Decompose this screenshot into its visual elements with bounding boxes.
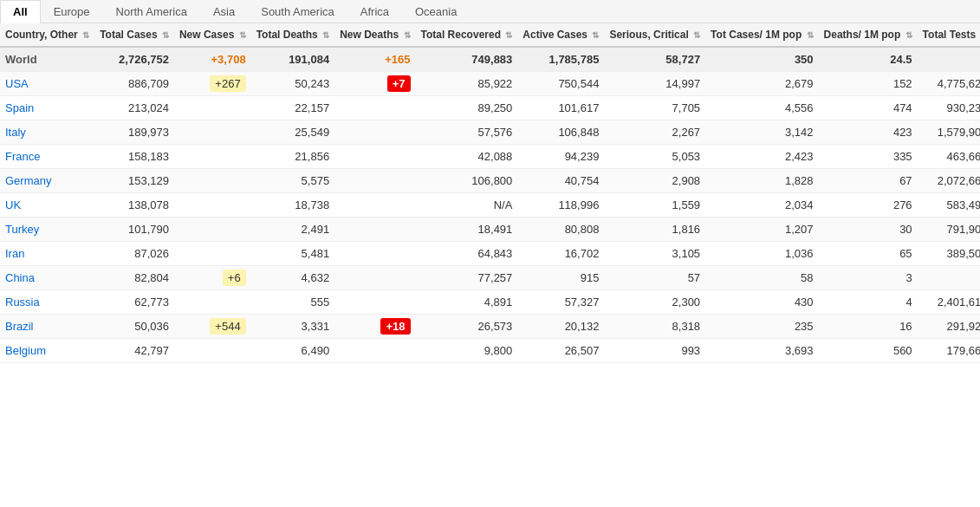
world-total-tests (918, 47, 980, 72)
country-link[interactable]: USA (5, 77, 29, 90)
country-link[interactable]: Iran (5, 247, 24, 260)
cell-total-tests: 2,072,669 (918, 169, 980, 193)
cell-country[interactable]: Germany (0, 169, 94, 193)
col-deaths-1m[interactable]: Deaths/ 1M pop ⇅ (819, 23, 918, 47)
country-link[interactable]: Russia (5, 296, 40, 309)
cell-new-cases (174, 193, 251, 218)
country-link[interactable]: Turkey (5, 223, 39, 236)
cell-total-cases: 87,026 (94, 242, 174, 266)
cell-tot-cases-1m: 58 (705, 266, 818, 290)
cell-recovered: 89,250 (416, 96, 518, 120)
cell-country[interactable]: Turkey (0, 218, 94, 242)
cell-new-deaths: +7 (334, 72, 415, 96)
cell-total-tests: 291,922 (918, 315, 980, 339)
sort-total-cases-icon: ⇅ (162, 30, 169, 40)
cell-deaths-1m: 276 (819, 193, 918, 218)
col-total-recovered[interactable]: Total Recovered ⇅ (416, 23, 518, 47)
tab-asia[interactable]: Asia (200, 0, 248, 23)
cell-new-deaths (334, 169, 415, 193)
world-row: World 2,726,752 +3,708 191,084 +165 749,… (0, 47, 980, 72)
sort-deaths-1m-icon: ⇅ (905, 30, 912, 40)
tab-all[interactable]: All (0, 0, 41, 23)
cell-active: 94,239 (517, 145, 604, 169)
cell-new-cases (174, 290, 251, 315)
country-link[interactable]: France (5, 150, 40, 163)
table-row: Italy189,97325,54957,576106,8482,2673,14… (0, 120, 980, 145)
cell-serious: 5,053 (604, 145, 705, 169)
col-total-tests[interactable]: Total Tests ⇅ (918, 23, 980, 47)
tab-europe[interactable]: Europe (41, 0, 103, 23)
cell-country[interactable]: China (0, 266, 94, 290)
cell-total-cases: 153,129 (94, 169, 174, 193)
cell-deaths-1m: 30 (819, 218, 918, 242)
tab-south-america[interactable]: South America (248, 0, 347, 23)
cell-tot-cases-1m: 235 (705, 315, 818, 339)
cell-new-deaths (334, 96, 415, 120)
col-total-cases[interactable]: Total Cases ⇅ (94, 23, 174, 47)
country-link[interactable]: China (5, 271, 35, 284)
cell-recovered: 4,891 (416, 290, 518, 315)
country-link[interactable]: Brazil (5, 320, 34, 333)
col-tot-cases-1m[interactable]: Tot Cases/ 1M pop ⇅ (705, 23, 818, 47)
cell-tot-cases-1m: 1,828 (705, 169, 818, 193)
cell-country[interactable]: Italy (0, 120, 94, 145)
cell-country[interactable]: Spain (0, 96, 94, 120)
col-serious[interactable]: Serious, Critical ⇅ (604, 23, 705, 47)
cell-total-deaths: 5,481 (251, 242, 334, 266)
col-country[interactable]: Country, Other ⇅ (0, 23, 94, 47)
cell-recovered: 9,800 (416, 339, 518, 363)
table-row: China82,804+64,63277,25791557583 (0, 266, 980, 290)
sort-new-cases-icon: ⇅ (239, 30, 246, 40)
cell-active: 26,507 (517, 339, 604, 363)
cell-total-tests: 930,230 (918, 96, 980, 120)
country-link[interactable]: UK (5, 198, 21, 211)
cell-country[interactable]: Brazil (0, 315, 94, 339)
tab-oceania[interactable]: Oceania (402, 0, 470, 23)
cell-active: 80,808 (517, 218, 604, 242)
cell-total-tests: 1,579,909 (918, 120, 980, 145)
country-link[interactable]: Spain (5, 101, 34, 114)
col-active-cases[interactable]: Active Cases ⇅ (517, 23, 604, 47)
country-link[interactable]: Germany (5, 174, 51, 187)
world-total-cases: 2,726,752 (94, 47, 174, 72)
cell-country[interactable]: USA (0, 72, 94, 96)
cell-total-cases: 213,024 (94, 96, 174, 120)
cell-active: 106,848 (517, 120, 604, 145)
covid-table: Country, Other ⇅ Total Cases ⇅ New Cases… (0, 23, 980, 363)
cell-active: 750,544 (517, 72, 604, 96)
tab-north-america[interactable]: North America (103, 0, 200, 23)
cell-active: 20,132 (517, 315, 604, 339)
cell-tot-cases-1m: 1,036 (705, 242, 818, 266)
country-link[interactable]: Belgium (5, 344, 46, 357)
cell-tot-cases-1m: 3,693 (705, 339, 818, 363)
cell-country[interactable]: Iran (0, 242, 94, 266)
cell-deaths-1m: 67 (819, 169, 918, 193)
col-total-deaths[interactable]: Total Deaths ⇅ (251, 23, 334, 47)
cell-deaths-1m: 16 (819, 315, 918, 339)
cell-new-cases: +544 (174, 315, 251, 339)
world-active: 1,785,785 (517, 47, 604, 72)
cell-deaths-1m: 335 (819, 145, 918, 169)
tab-africa[interactable]: Africa (347, 0, 402, 23)
cell-recovered: 64,843 (416, 242, 518, 266)
cell-serious: 993 (604, 339, 705, 363)
cell-active: 57,327 (517, 290, 604, 315)
cell-country[interactable]: Belgium (0, 339, 94, 363)
world-total-deaths: 191,084 (251, 47, 334, 72)
col-new-cases[interactable]: New Cases ⇅ (174, 23, 251, 47)
cell-total-tests: 583,496 (918, 193, 980, 218)
cell-new-deaths (334, 193, 415, 218)
cell-country[interactable]: UK (0, 193, 94, 218)
cell-new-deaths: +18 (334, 315, 415, 339)
cell-tot-cases-1m: 1,207 (705, 218, 818, 242)
cell-country[interactable]: France (0, 145, 94, 169)
country-link[interactable]: Italy (5, 126, 26, 139)
world-label: World (0, 47, 94, 72)
cell-tot-cases-1m: 430 (705, 290, 818, 315)
sort-tot-cases-1m-icon: ⇅ (807, 30, 814, 40)
cell-recovered: 106,800 (416, 169, 518, 193)
cell-country[interactable]: Russia (0, 290, 94, 315)
cell-tot-cases-1m: 2,679 (705, 72, 818, 96)
col-new-deaths[interactable]: New Deaths ⇅ (334, 23, 415, 47)
cell-new-cases (174, 242, 251, 266)
